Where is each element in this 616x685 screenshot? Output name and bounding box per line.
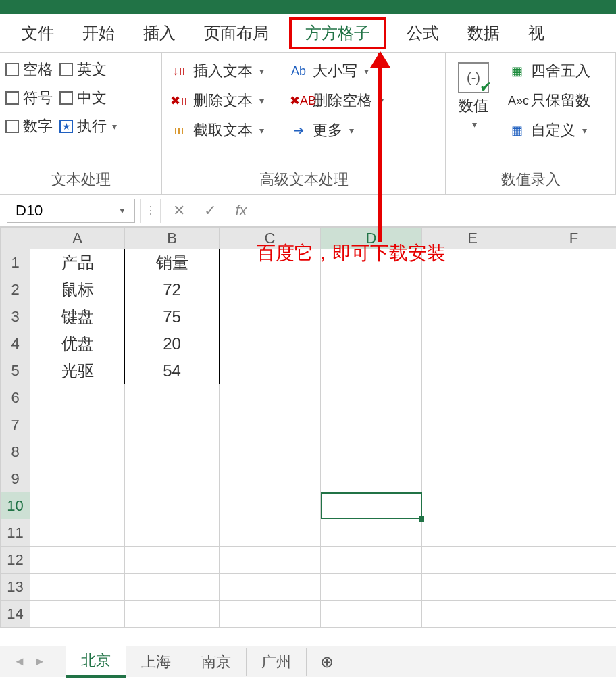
checkbox-english[interactable]: 英文: [59, 59, 107, 80]
button-execute[interactable]: ★执行▾: [59, 116, 117, 136]
cell[interactable]: [422, 303, 523, 330]
cell[interactable]: [30, 601, 125, 628]
cell[interactable]: 20: [125, 330, 220, 357]
button-more[interactable]: ➔更多▾: [287, 119, 386, 142]
col-header-f[interactable]: F: [523, 228, 617, 249]
cell-d10[interactable]: [321, 492, 422, 519]
confirm-formula-button[interactable]: ✓: [197, 199, 223, 223]
cell[interactable]: [321, 519, 422, 547]
cell[interactable]: [523, 601, 617, 628]
cell[interactable]: [422, 330, 523, 357]
checkbox-space[interactable]: 空格: [5, 59, 53, 80]
cell[interactable]: [125, 384, 220, 411]
row-header-4[interactable]: 4: [1, 330, 30, 357]
checkbox-number[interactable]: 数字: [5, 116, 53, 136]
cell[interactable]: [422, 465, 523, 492]
chevron-down-icon[interactable]: ▼: [118, 206, 126, 215]
sheet-tab-guangzhou[interactable]: 广州: [247, 648, 307, 676]
cell[interactable]: [422, 357, 523, 384]
cell[interactable]: [523, 519, 617, 547]
checkbox-chinese[interactable]: 中文: [59, 88, 107, 108]
cell[interactable]: 54: [125, 357, 220, 384]
cell[interactable]: [220, 601, 321, 628]
cell[interactable]: [125, 411, 220, 438]
sheet-tab-shanghai[interactable]: 上海: [126, 648, 186, 676]
checkbox-symbol[interactable]: 符号: [5, 88, 53, 108]
row-header-9[interactable]: 9: [1, 465, 30, 492]
cancel-formula-button[interactable]: ✕: [166, 199, 192, 223]
cell[interactable]: [220, 411, 321, 438]
cell[interactable]: [220, 330, 321, 357]
cell[interactable]: [321, 330, 422, 357]
cell[interactable]: [523, 330, 617, 357]
row-header-6[interactable]: 6: [1, 384, 30, 411]
tab-view[interactable]: 视: [520, 17, 553, 49]
cell[interactable]: 销量: [125, 249, 220, 276]
tab-insert[interactable]: 插入: [135, 17, 184, 49]
row-header-1[interactable]: 1: [1, 249, 30, 276]
cell[interactable]: [523, 547, 617, 574]
cell[interactable]: [321, 601, 422, 628]
row-header-7[interactable]: 7: [1, 411, 30, 438]
row-header-3[interactable]: 3: [1, 303, 30, 330]
cell[interactable]: [321, 411, 422, 438]
cell[interactable]: [321, 276, 422, 303]
cell[interactable]: [30, 438, 125, 465]
cell[interactable]: [422, 547, 523, 574]
tab-data[interactable]: 数据: [459, 17, 508, 49]
row-header-8[interactable]: 8: [1, 438, 30, 465]
cell[interactable]: [422, 574, 523, 601]
cell[interactable]: [220, 519, 321, 547]
cell[interactable]: [321, 465, 422, 492]
cell[interactable]: [523, 276, 617, 303]
col-header-b[interactable]: B: [125, 228, 220, 249]
cell[interactable]: 光驱: [30, 357, 125, 384]
cell[interactable]: 产品: [30, 249, 125, 276]
fx-icon[interactable]: fx: [228, 199, 254, 223]
cell[interactable]: [30, 519, 125, 547]
row-header-10[interactable]: 10: [1, 492, 30, 519]
tab-formula[interactable]: 公式: [399, 17, 447, 49]
row-header-2[interactable]: 2: [1, 276, 30, 303]
add-sheet-button[interactable]: ⊕: [307, 653, 347, 671]
cell[interactable]: [220, 574, 321, 601]
spreadsheet-grid[interactable]: A B C D E F 1 产品 销量 2 鼠标 72 3: [0, 227, 616, 646]
cell[interactable]: 鼠标: [30, 276, 125, 303]
cell[interactable]: [523, 249, 617, 276]
cell[interactable]: [220, 465, 321, 492]
cell[interactable]: [523, 574, 617, 601]
cell[interactable]: [321, 303, 422, 330]
row-header-11[interactable]: 11: [1, 519, 30, 547]
cell[interactable]: [30, 465, 125, 492]
name-box[interactable]: D10 ▼: [7, 199, 135, 223]
cell[interactable]: [321, 357, 422, 384]
cell[interactable]: [422, 492, 523, 519]
cell[interactable]: [523, 384, 617, 411]
sheet-nav-next[interactable]: ►: [34, 655, 46, 669]
cell[interactable]: [30, 384, 125, 411]
cell[interactable]: [422, 601, 523, 628]
button-insert-text[interactable]: ↓ıı插入文本▾: [168, 59, 267, 82]
cell[interactable]: [523, 465, 617, 492]
tab-fangfanggezi[interactable]: 方方格子: [289, 17, 386, 49]
cell[interactable]: 75: [125, 303, 220, 330]
cell[interactable]: [125, 574, 220, 601]
cell[interactable]: [220, 492, 321, 519]
cell[interactable]: [220, 438, 321, 465]
cell[interactable]: [523, 492, 617, 519]
button-delete-text[interactable]: ✖ıı删除文本▾: [168, 89, 267, 112]
cell[interactable]: [30, 492, 125, 519]
cell[interactable]: [422, 519, 523, 547]
cell[interactable]: [125, 492, 220, 519]
cell[interactable]: [220, 357, 321, 384]
cell[interactable]: [321, 438, 422, 465]
cell[interactable]: [125, 465, 220, 492]
cell[interactable]: [220, 303, 321, 330]
cell[interactable]: [523, 411, 617, 438]
cell[interactable]: [220, 384, 321, 411]
tab-page-layout[interactable]: 页面布局: [196, 17, 277, 49]
cell[interactable]: [125, 601, 220, 628]
cell[interactable]: 键盘: [30, 303, 125, 330]
cell[interactable]: [30, 547, 125, 574]
row-header-5[interactable]: 5: [1, 357, 30, 384]
